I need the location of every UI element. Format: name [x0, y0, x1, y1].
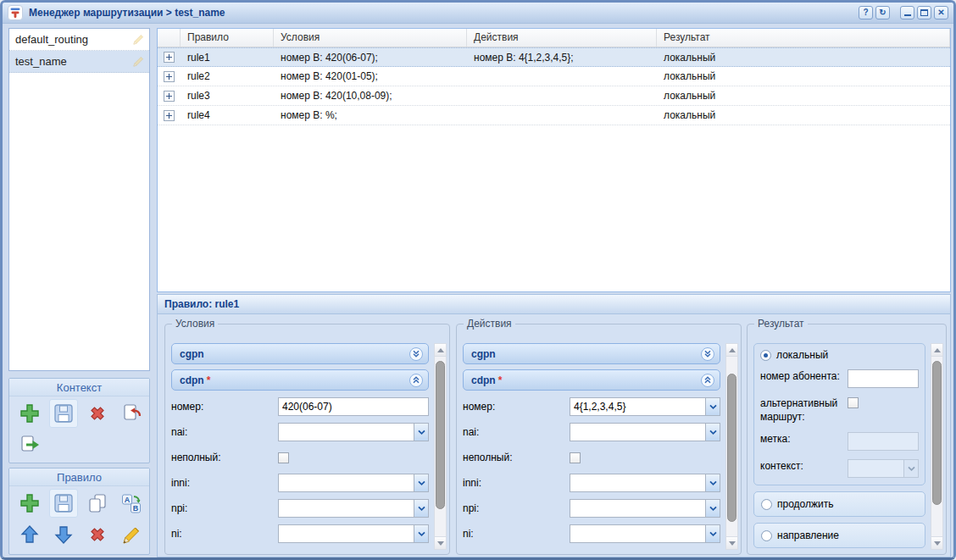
conditions-ni-select[interactable]: [278, 524, 429, 543]
minimize-button[interactable]: [900, 6, 914, 19]
result-option-local[interactable]: локальный: [760, 349, 919, 361]
expand-row-icon[interactable]: [164, 71, 175, 82]
dropdown-arrow-icon[interactable]: [414, 500, 428, 517]
refresh-button[interactable]: ↻: [875, 6, 890, 19]
actions-npi-select[interactable]: [570, 499, 720, 518]
npi-label: npi:: [171, 502, 278, 514]
scrollbar-thumb[interactable]: [436, 361, 445, 509]
subscriber-number-input[interactable]: [848, 369, 919, 388]
conditions-nai-select[interactable]: [278, 423, 429, 441]
rule-edit-button[interactable]: [117, 520, 146, 549]
window-title: Менеджер маршрутизации > test_name: [29, 7, 859, 19]
actions-scrollbar[interactable]: [725, 343, 738, 550]
rule-rename-button[interactable]: AB: [117, 489, 146, 518]
actions-ni-row: ni:: [463, 524, 720, 543]
scroll-down-icon[interactable]: [726, 536, 737, 549]
context-add-button[interactable]: [15, 399, 44, 428]
edit-pencil-icon[interactable]: [132, 33, 145, 46]
maximize-icon: [920, 9, 928, 16]
delete-x-icon: [86, 524, 108, 546]
dropdown-arrow-icon[interactable]: [414, 525, 428, 542]
context-delete-button[interactable]: [83, 399, 112, 428]
expand-row-icon[interactable]: [164, 52, 175, 63]
result-option-continue[interactable]: продолжить: [753, 491, 925, 517]
rule-add-button[interactable]: [15, 489, 44, 518]
scroll-up-icon[interactable]: [726, 344, 737, 357]
actions-cdpn-section[interactable]: cdpn*: [463, 369, 720, 391]
scroll-down-icon[interactable]: [435, 536, 446, 549]
rule-move-up-button[interactable]: [15, 520, 44, 549]
radio-direction[interactable]: [761, 530, 772, 541]
plus-icon: [19, 402, 41, 424]
rule-move-down-button[interactable]: [49, 520, 78, 549]
context-export-button[interactable]: [15, 430, 44, 459]
actions-cgpn-section[interactable]: cgpn: [463, 343, 720, 364]
expand-row-icon[interactable]: [164, 91, 175, 102]
dropdown-arrow-icon[interactable]: [705, 474, 720, 491]
rule-delete-button[interactable]: [83, 520, 112, 549]
conditions-number-input[interactable]: [278, 397, 429, 416]
actions-fieldset: Действия cgpn cdpn* номер: 4{1,2,3,4,5}: [456, 318, 742, 555]
expand-section-button[interactable]: [409, 347, 423, 361]
actions-nai-select[interactable]: [570, 423, 720, 441]
close-button[interactable]: ✕: [934, 6, 948, 19]
scroll-up-icon[interactable]: [435, 344, 446, 357]
context-toolbar-title: Контекст: [9, 379, 149, 396]
rule-save-button[interactable]: [49, 489, 78, 518]
scroll-up-icon[interactable]: [931, 344, 942, 357]
cdpn-section-label: cdpn*: [180, 374, 409, 386]
arrow-down-icon: [53, 524, 75, 546]
actions-ni-select[interactable]: [570, 524, 720, 543]
dropdown-arrow-icon[interactable]: [705, 424, 720, 441]
context-item-test-name[interactable]: test_name: [9, 51, 149, 73]
column-header-conditions[interactable]: Условия: [274, 29, 467, 47]
scrollbar-thumb[interactable]: [727, 374, 736, 522]
conditions-incomplete-checkbox[interactable]: [278, 452, 289, 463]
help-button[interactable]: ?: [859, 6, 873, 19]
radio-local[interactable]: [760, 350, 771, 361]
expand-section-button[interactable]: [701, 347, 714, 361]
rule-copy-button[interactable]: [83, 489, 112, 518]
table-row-rule3[interactable]: rule3 номер B: 420(10,08-09); локальный: [158, 86, 950, 106]
svg-text:A: A: [125, 496, 131, 504]
result-scrollbar[interactable]: [931, 343, 943, 550]
scrollbar-thumb[interactable]: [932, 361, 942, 505]
column-header-result[interactable]: Результат: [657, 29, 950, 47]
collapse-section-button[interactable]: [701, 374, 714, 387]
conditions-inni-select[interactable]: [278, 474, 429, 492]
collapse-section-button[interactable]: [409, 374, 423, 387]
export-document-icon: [19, 434, 41, 456]
dropdown-arrow-icon[interactable]: [705, 525, 720, 542]
column-header-actions[interactable]: Действия: [467, 29, 657, 47]
result-option-direction[interactable]: направление: [753, 523, 925, 548]
rule-toolbar-row-2: [9, 518, 149, 549]
actions-inni-select[interactable]: [570, 474, 720, 492]
scroll-down-icon[interactable]: [931, 536, 942, 549]
actions-incomplete-row: неполный:: [463, 448, 720, 467]
actions-inni-row: inni:: [463, 474, 720, 492]
column-header-rule[interactable]: Правило: [181, 29, 274, 47]
conditions-cgpn-section[interactable]: cgpn: [171, 343, 429, 364]
table-row-rule1[interactable]: rule1 номер B: 420(06-07); номер B: 4{1,…: [158, 47, 950, 67]
table-row-rule2[interactable]: rule2 номер B: 420(01-05); локальный: [158, 67, 950, 86]
conditions-npi-select[interactable]: [278, 499, 429, 518]
cgpn-section-label: cgpn: [471, 348, 701, 360]
table-row-rule4[interactable]: rule4 номер B: %; локальный: [158, 106, 950, 125]
actions-incomplete-checkbox[interactable]: [570, 452, 581, 463]
context-save-button[interactable]: [49, 399, 78, 428]
dropdown-arrow-icon[interactable]: [705, 500, 720, 517]
delete-x-icon: [86, 402, 108, 424]
dropdown-arrow-icon[interactable]: [414, 424, 428, 441]
expand-row-icon[interactable]: [164, 110, 175, 121]
actions-number-select[interactable]: 4{1,2,3,4,5}: [570, 397, 720, 416]
context-import-button[interactable]: [117, 399, 146, 428]
context-item-default-routing[interactable]: default_routing: [9, 29, 149, 51]
conditions-cdpn-section[interactable]: cdpn*: [171, 369, 429, 391]
radio-continue[interactable]: [761, 499, 772, 510]
conditions-scrollbar[interactable]: [434, 343, 447, 550]
dropdown-arrow-icon[interactable]: [414, 474, 428, 491]
dropdown-arrow-icon[interactable]: [705, 398, 720, 415]
maximize-button[interactable]: [917, 6, 931, 19]
edit-pencil-icon[interactable]: [132, 55, 145, 68]
alternative-route-checkbox[interactable]: [848, 397, 859, 408]
